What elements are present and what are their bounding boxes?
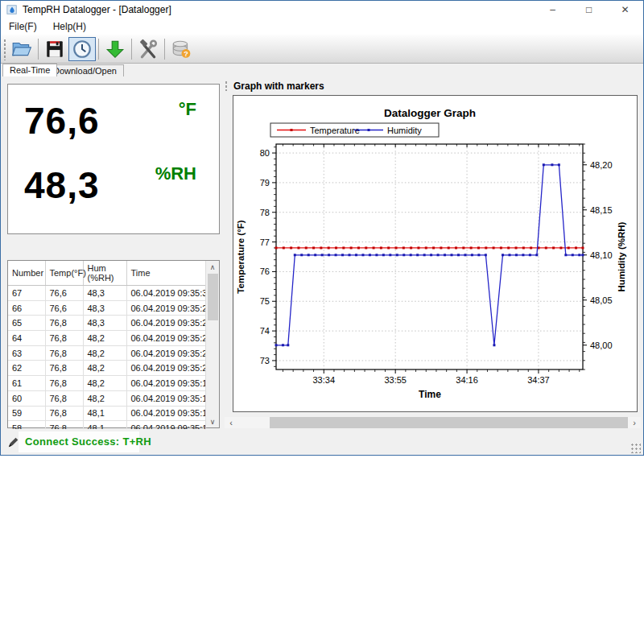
minimize-button[interactable]: – — [535, 1, 571, 19]
clock-icon — [72, 39, 93, 60]
menu-bar: File(F) Help(H) — [1, 19, 643, 35]
col-number[interactable]: Number — [8, 261, 45, 286]
temperature-unit: °F — [179, 99, 196, 120]
datalogger-chart: 737475767778798048,0048,0548,1048,1548,2… — [233, 96, 637, 411]
toolbar-separator — [164, 39, 165, 60]
table-row[interactable]: 6076,848,206.04.2019 09:35:16 — [8, 390, 205, 406]
toolbar-separator — [38, 39, 39, 60]
svg-text:?: ? — [184, 49, 188, 57]
settings-button[interactable] — [134, 37, 162, 61]
scrollbar-thumb[interactable] — [208, 274, 218, 320]
svg-text:48,20: 48,20 — [590, 160, 613, 170]
menu-help[interactable]: Help(H) — [45, 19, 94, 35]
temperature-readout: 76,6 — [24, 99, 100, 142]
download-button[interactable] — [101, 37, 129, 61]
svg-text:76: 76 — [260, 266, 270, 276]
tab-strip: Real-Time Download/Open — [1, 64, 643, 76]
open-folder-icon — [11, 39, 32, 60]
svg-text:34:16: 34:16 — [456, 375, 478, 385]
scroll-left-icon[interactable]: ‹ — [225, 417, 237, 428]
scroll-up-icon[interactable]: ∧ — [206, 261, 219, 273]
resize-grip[interactable] — [630, 443, 641, 453]
table-row[interactable]: 6376,848,206.04.2019 09:35:23 — [8, 345, 205, 361]
svg-text:Temperature (°F): Temperature (°F) — [236, 220, 246, 293]
chart-panel: 737475767778798048,0048,0548,1048,1548,2… — [233, 95, 638, 412]
datalogger-button[interactable]: ? — [167, 37, 195, 61]
tools-icon — [138, 39, 159, 60]
log-table-panel: Number Temp(°F) Hum (%RH) Time 6776,648,… — [7, 260, 220, 428]
readout-panel: 76,6 °F 48,3 %RH — [7, 84, 220, 234]
app-window: TempRH Datalogger - [Datalogger] – □ ✕ F… — [0, 0, 644, 456]
svg-text:33:55: 33:55 — [384, 375, 407, 385]
toolbar-separator — [98, 39, 99, 60]
table-row[interactable]: 6176,848,206.04.2019 09:35:18 — [8, 376, 205, 391]
status-message: Connect Success: T+RH — [25, 436, 151, 448]
table-row[interactable]: 6676,648,306.04.2019 09:35:29 — [8, 300, 205, 316]
svg-text:75: 75 — [260, 296, 270, 306]
humidity-unit: %RH — [155, 163, 196, 184]
table-row[interactable]: 6276,848,206.04.2019 09:35:21 — [8, 361, 205, 376]
svg-text:80: 80 — [260, 148, 270, 158]
close-button[interactable]: ✕ — [607, 1, 643, 19]
toolbar-grip[interactable] — [2, 38, 6, 60]
svg-text:Datalogger Graph: Datalogger Graph — [384, 107, 476, 119]
log-table: Number Temp(°F) Hum (%RH) Time 6776,648,… — [8, 261, 206, 436]
col-time[interactable]: Time — [126, 261, 205, 286]
table-row[interactable]: 6776,648,306.04.2019 09:35:31 — [8, 286, 205, 301]
svg-text:33:34: 33:34 — [313, 375, 336, 385]
col-temp[interactable]: Temp(°F) — [45, 261, 83, 286]
svg-text:Humidity: Humidity — [387, 126, 422, 135]
svg-text:48,15: 48,15 — [590, 205, 613, 215]
svg-text:73: 73 — [260, 356, 270, 365]
graph-panel-grip — [225, 80, 229, 91]
svg-text:79: 79 — [260, 178, 270, 188]
svg-text:78: 78 — [260, 208, 270, 217]
svg-text:48,10: 48,10 — [590, 250, 613, 260]
svg-text:Time: Time — [419, 389, 441, 400]
svg-text:Humidity (%RH): Humidity (%RH) — [617, 221, 626, 291]
svg-text:77: 77 — [260, 237, 270, 247]
table-header-row: Number Temp(°F) Hum (%RH) Time — [8, 261, 205, 286]
svg-text:Temperature: Temperature — [310, 126, 360, 135]
scroll-down-icon[interactable]: ∨ — [206, 415, 219, 427]
window-title: TempRH Datalogger - [Datalogger] — [23, 4, 171, 15]
col-hum[interactable]: Hum (%RH) — [83, 261, 126, 286]
tab-real-time[interactable]: Real-Time — [2, 64, 57, 76]
app-icon — [6, 4, 18, 15]
menu-file[interactable]: File(F) — [1, 19, 45, 35]
tab-download-open[interactable]: Download/Open — [46, 64, 124, 76]
humidity-readout: 48,3 — [24, 163, 100, 207]
table-row[interactable]: 5976,848,106.04.2019 09:35:14 — [8, 406, 205, 421]
title-bar: TempRH Datalogger - [Datalogger] – □ ✕ — [1, 1, 643, 19]
status-bar: Connect Success: T+RH — [1, 429, 643, 456]
toolbar-separator — [131, 39, 132, 60]
floppy-disk-icon — [44, 39, 65, 60]
table-row[interactable]: 6476,848,206.04.2019 09:35:25 — [8, 331, 205, 346]
save-button[interactable] — [41, 37, 68, 61]
graph-hscrollbar[interactable]: ‹ › — [225, 417, 641, 428]
svg-text:48,05: 48,05 — [590, 295, 613, 305]
svg-text:48,00: 48,00 — [590, 341, 613, 350]
open-file-button[interactable] — [8, 37, 35, 61]
svg-text:34:37: 34:37 — [527, 375, 550, 385]
table-scrollbar[interactable]: ∧ ∨ — [205, 261, 219, 427]
maximize-button[interactable]: □ — [571, 1, 607, 19]
real-time-button[interactable] — [68, 37, 96, 61]
table-body: 6776,648,306.04.2019 09:35:316676,648,30… — [8, 286, 205, 436]
scroll-right-icon[interactable]: › — [628, 417, 641, 428]
database-question-icon: ? — [171, 39, 192, 60]
graph-panel-caption: Graph with markers — [233, 80, 324, 92]
hscrollbar-thumb[interactable] — [237, 417, 270, 428]
toolbar: ? — [1, 35, 643, 64]
download-arrow-icon — [105, 39, 126, 60]
svg-text:74: 74 — [260, 326, 270, 336]
table-row[interactable]: 6576,848,306.04.2019 09:35:27 — [8, 316, 205, 331]
pen-icon — [7, 436, 19, 448]
